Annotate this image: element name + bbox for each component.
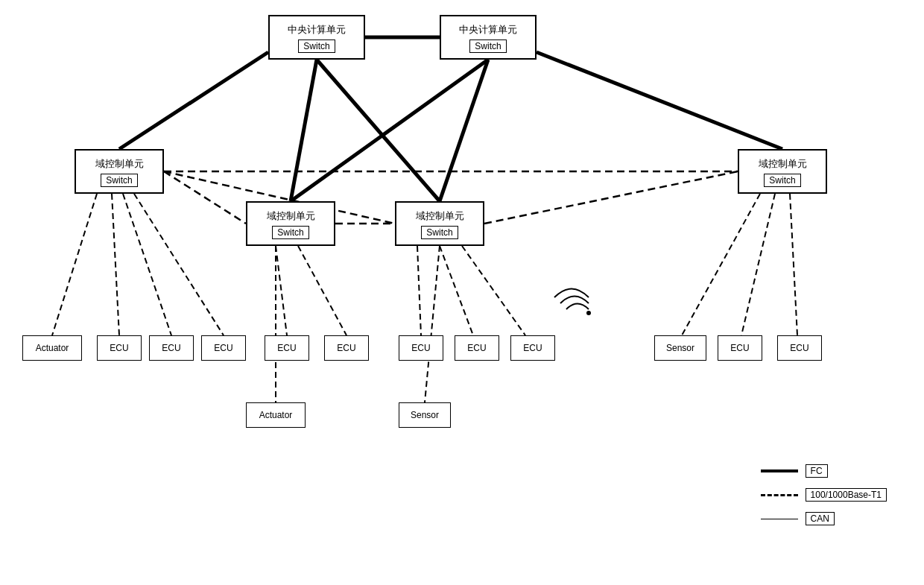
svg-line-23 xyxy=(682,194,760,335)
legend-line-can xyxy=(761,519,798,519)
sensor1-label: Sensor xyxy=(411,410,439,420)
dcu3-label: 域控制单元 xyxy=(413,208,467,224)
ecu1-label: ECU xyxy=(110,343,128,353)
ccu1-node: 中央计算单元 Switch xyxy=(268,15,365,60)
ecu8-label: ECU xyxy=(523,343,542,353)
svg-line-11 xyxy=(484,171,738,224)
svg-line-12 xyxy=(52,194,97,335)
svg-line-7 xyxy=(164,171,246,224)
ccu2-sublabel: Switch xyxy=(469,39,506,53)
ecu10-node: ECU xyxy=(777,335,822,361)
svg-line-15 xyxy=(134,194,224,335)
ecu6-label: ECU xyxy=(411,343,430,353)
dcu4-sublabel: Switch xyxy=(764,174,800,187)
legend-line-fc xyxy=(761,469,798,472)
ccu2-node: 中央计算单元 Switch xyxy=(440,15,537,60)
svg-line-17 xyxy=(298,246,346,335)
ecu2-label: ECU xyxy=(162,343,180,353)
dcu3-node: 域控制单元 Switch xyxy=(395,201,484,246)
legend-label-fc: FC xyxy=(806,464,828,478)
svg-point-26 xyxy=(586,311,591,315)
legend-label-can: CAN xyxy=(806,512,835,525)
svg-line-5 xyxy=(119,52,268,149)
ecu7-node: ECU xyxy=(455,335,499,361)
actuator2-label: Actuator xyxy=(259,410,293,420)
svg-line-14 xyxy=(123,194,171,335)
dcu2-label: 域控制单元 xyxy=(264,208,318,224)
ecu5-label: ECU xyxy=(337,343,355,353)
dcu2-node: 域控制单元 Switch xyxy=(246,201,335,246)
sensor2-label: Sensor xyxy=(666,343,694,353)
legend-item-base-t1: 100/1000Base-T1 xyxy=(761,488,887,502)
svg-line-21 xyxy=(462,246,525,335)
legend: FC 100/1000Base-T1 CAN xyxy=(761,464,887,525)
svg-line-6 xyxy=(537,52,782,149)
svg-line-1 xyxy=(291,60,317,201)
diagram: 中央计算单元 Switch 中央计算单元 Switch 域控制单元 Switch… xyxy=(0,0,924,585)
ecu9-node: ECU xyxy=(718,335,762,361)
ecu1-node: ECU xyxy=(97,335,142,361)
svg-line-24 xyxy=(741,194,775,335)
dcu4-label: 域控制单元 xyxy=(756,156,810,172)
ecu5-node: ECU xyxy=(324,335,369,361)
legend-line-base-t1 xyxy=(761,494,798,496)
actuator2-node: Actuator xyxy=(246,402,306,428)
legend-item-fc: FC xyxy=(761,464,887,478)
ecu3-node: ECU xyxy=(201,335,246,361)
ecu4-node: ECU xyxy=(265,335,309,361)
dcu2-sublabel: Switch xyxy=(272,226,308,239)
svg-line-4 xyxy=(440,60,488,201)
svg-line-22 xyxy=(425,246,440,402)
svg-line-19 xyxy=(417,246,421,335)
svg-line-16 xyxy=(276,246,287,335)
svg-line-2 xyxy=(317,60,440,201)
ecu3-label: ECU xyxy=(214,343,232,353)
sensor2-node: Sensor xyxy=(654,335,706,361)
legend-item-can: CAN xyxy=(761,512,887,525)
ecu9-label: ECU xyxy=(730,343,749,353)
actuator1-node: Actuator xyxy=(22,335,82,361)
sensor1-node: Sensor xyxy=(399,402,451,428)
dcu1-sublabel: Switch xyxy=(101,174,137,187)
dcu1-label: 域控制单元 xyxy=(92,156,147,172)
svg-line-3 xyxy=(291,60,488,201)
ecu6-node: ECU xyxy=(399,335,443,361)
ecu7-label: ECU xyxy=(467,343,486,353)
ccu2-label: 中央计算单元 xyxy=(456,22,520,38)
svg-line-13 xyxy=(112,194,119,335)
ccu1-label: 中央计算单元 xyxy=(285,22,349,38)
ecu4-label: ECU xyxy=(277,343,296,353)
ecu8-node: ECU xyxy=(510,335,555,361)
dcu4-node: 域控制单元 Switch xyxy=(738,149,827,194)
dcu3-sublabel: Switch xyxy=(421,226,458,239)
svg-line-20 xyxy=(440,246,473,335)
actuator1-label: Actuator xyxy=(36,343,69,353)
ccu1-sublabel: Switch xyxy=(298,39,335,53)
dcu1-node: 域控制单元 Switch xyxy=(75,149,164,194)
svg-line-25 xyxy=(790,194,797,335)
ecu2-node: ECU xyxy=(149,335,194,361)
legend-label-base-t1: 100/1000Base-T1 xyxy=(806,488,887,502)
ecu10-label: ECU xyxy=(790,343,808,353)
